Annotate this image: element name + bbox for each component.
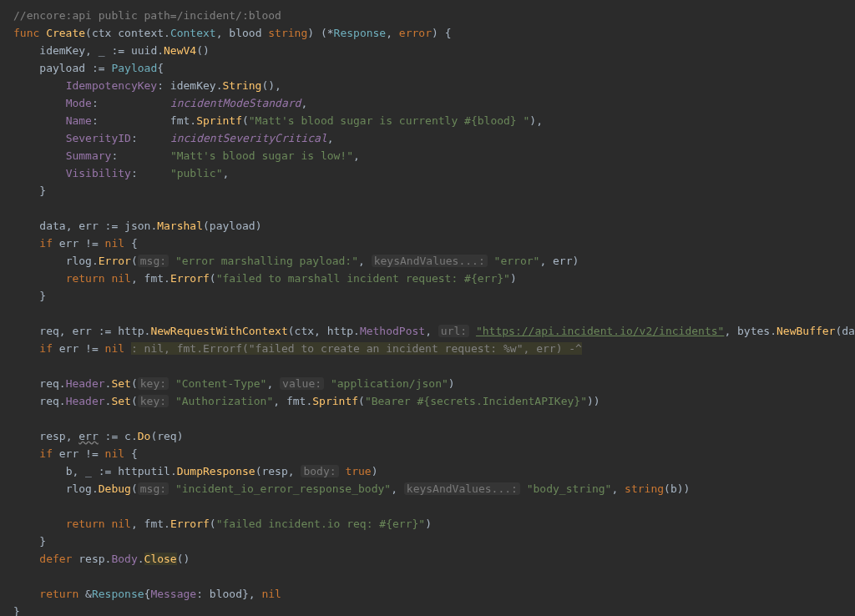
- func-call: Set: [111, 395, 130, 407]
- discard: _: [99, 44, 105, 57]
- param: blood: [229, 27, 261, 39]
- code-line[interactable]: //encore:api public path=/incident/:bloo…: [0, 7, 855, 24]
- param-hint: keysAndValues...:: [404, 482, 520, 495]
- type: Response: [92, 588, 144, 600]
- param-hint: msg:: [138, 255, 169, 267]
- var: req: [39, 395, 58, 407]
- code-line[interactable]: [0, 410, 855, 427]
- code-line[interactable]: if err != nil {: [0, 445, 855, 462]
- code-line[interactable]: if err != nil {: [0, 235, 855, 252]
- code-line[interactable]: Visibility: "public",: [0, 164, 855, 182]
- code-line[interactable]: [0, 568, 855, 585]
- var: req: [39, 377, 58, 390]
- nil: nil: [261, 588, 281, 600]
- pkg: uuid: [131, 44, 157, 57]
- keyword-return: return: [66, 518, 105, 530]
- var: err: [59, 237, 78, 250]
- var: idemKey: [39, 44, 85, 57]
- param-hint: body:: [301, 465, 338, 477]
- code-line[interactable]: req.Header.Set(key: "Authorization", fmt…: [0, 392, 855, 410]
- string: "Bearer #{secrets.IncidentAPIKey}": [365, 395, 587, 407]
- code-line[interactable]: return nil, fmt.Errorf("failed to marsha…: [0, 270, 855, 287]
- func-name: Create: [46, 27, 85, 39]
- field: Header: [66, 377, 105, 390]
- var: c: [124, 430, 131, 442]
- collapsed-block[interactable]: : nil, fmt.Errorf("failed to create an i…: [131, 342, 582, 355]
- paren: ): [307, 27, 314, 39]
- code-line[interactable]: payload := Payload{: [0, 59, 855, 77]
- code-line[interactable]: if err != nil : nil, fmt.Errorf("failed …: [0, 340, 855, 357]
- pkg: fmt: [170, 114, 190, 127]
- code-line[interactable]: data, err := json.Marshal(payload): [0, 217, 855, 235]
- func-call: DumpResponse: [177, 465, 255, 477]
- code-line[interactable]: b, _ := httputil.DumpResponse(resp, body…: [0, 462, 855, 480]
- type: string: [625, 482, 664, 495]
- pkg: httputil: [118, 465, 170, 477]
- type: error: [399, 27, 432, 39]
- pkg: bytes: [737, 325, 770, 337]
- code-line[interactable]: return &Response{Message: blood}, nil: [0, 585, 855, 603]
- string: "Matt's blood sugar is low!": [170, 149, 353, 162]
- keyword-if: if: [39, 342, 53, 355]
- code-line[interactable]: [0, 199, 855, 217]
- pkg: http: [118, 325, 144, 337]
- code-line[interactable]: idemKey, _ := uuid.NewV4(): [0, 42, 855, 59]
- var: req: [157, 430, 176, 442]
- string: "error marshalling payload:": [175, 255, 358, 267]
- paren: ) {: [432, 27, 451, 39]
- var: data: [39, 220, 65, 232]
- func-call: String: [222, 79, 261, 92]
- string: "error": [494, 255, 540, 267]
- field: Header: [66, 395, 105, 407]
- code-line[interactable]: }: [0, 287, 855, 305]
- pkg: json: [124, 220, 150, 232]
- field: Message: [150, 588, 196, 600]
- code-line[interactable]: return nil, fmt.Errorf("failed incident.…: [0, 515, 855, 533]
- code-line[interactable]: Mode: incidentModeStandard,: [0, 94, 855, 112]
- type: Payload: [111, 62, 157, 74]
- var: err: [59, 342, 78, 355]
- nil: nil: [111, 518, 130, 530]
- discard: _: [85, 465, 92, 477]
- func-call: Set: [111, 377, 130, 390]
- param-hint: keysAndValues...:: [372, 255, 488, 267]
- code-line[interactable]: }: [0, 603, 855, 616]
- code-line[interactable]: Name: fmt.Sprintf("Matt's blood sugar is…: [0, 112, 855, 129]
- var: ctx: [295, 325, 314, 337]
- string: "body_string": [527, 482, 612, 495]
- code-line[interactable]: [0, 305, 855, 322]
- func-call: Error: [99, 255, 131, 267]
- var: data: [842, 325, 855, 337]
- var: idemKey: [170, 79, 216, 92]
- param-hint: value:: [280, 377, 324, 390]
- comment: //encore:api public path=/incident/:bloo…: [13, 9, 281, 22]
- code-line[interactable]: req, err := http.NewRequestWithContext(c…: [0, 322, 855, 340]
- code-line[interactable]: [0, 497, 855, 515]
- string: "Authorization": [175, 395, 273, 407]
- code-line[interactable]: Summary: "Matt's blood sugar is low!",: [0, 147, 855, 164]
- code-line[interactable]: req.Header.Set(key: "Content-Type", valu…: [0, 375, 855, 392]
- var: err: [553, 255, 572, 267]
- pkg: fmt: [286, 395, 306, 407]
- code-line[interactable]: }: [0, 182, 855, 199]
- pkg: context: [118, 27, 164, 39]
- code-line[interactable]: SeverityID: incidentSeverityCritical,: [0, 129, 855, 147]
- code-editor[interactable]: //encore:api public path=/incident/:bloo…: [0, 7, 855, 616]
- string: "Content-Type": [175, 377, 267, 390]
- func-call: Sprintf: [196, 114, 242, 127]
- code-line[interactable]: defer resp.Body.Close(): [0, 550, 855, 568]
- code-line[interactable]: resp, err := c.Do(req): [0, 427, 855, 445]
- code-line[interactable]: IdempotencyKey: idemKey.String(),: [0, 77, 855, 94]
- code-line[interactable]: [0, 357, 855, 375]
- code-line[interactable]: func Create(ctx context.Context, blood s…: [0, 24, 855, 42]
- nil: nil: [105, 342, 124, 355]
- string: "public": [170, 167, 223, 179]
- type: Context: [170, 27, 216, 39]
- code-line[interactable]: rlog.Debug(msg: "incident_io_error_respo…: [0, 480, 855, 497]
- keyword-if: if: [39, 237, 53, 250]
- code-line[interactable]: }: [0, 533, 855, 550]
- nil: nil: [105, 237, 124, 250]
- code-line[interactable]: rlog.Error(msg: "error marshalling paylo…: [0, 252, 855, 270]
- pkg: fmt: [144, 272, 164, 285]
- keyword-defer: defer: [39, 553, 72, 565]
